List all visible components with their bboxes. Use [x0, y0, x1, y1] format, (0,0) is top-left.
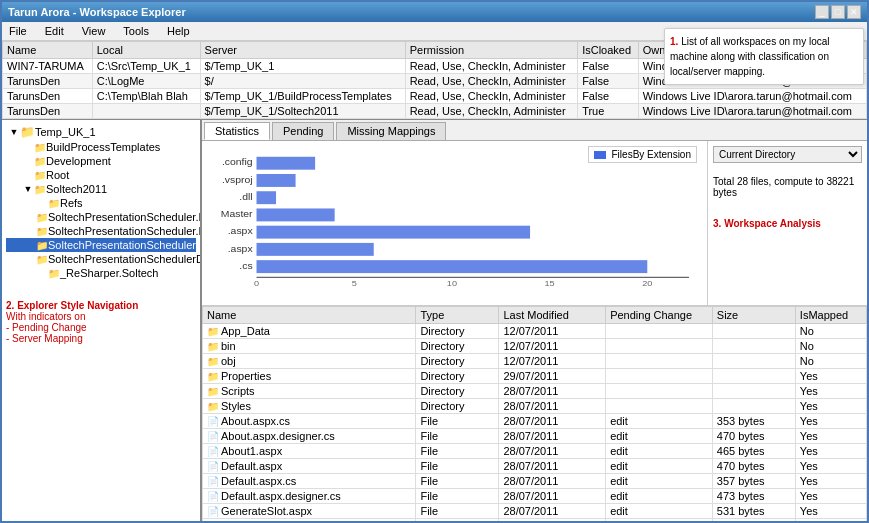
tree-item[interactable]: 📁 SoltechPresentationScheduler.Business: [6, 210, 196, 224]
file-row[interactable]: 📁StylesDirectory28/07/2011Yes: [203, 399, 867, 414]
svg-rect-7: [257, 157, 316, 170]
folder-icon: 📁: [48, 268, 60, 279]
tab-missing-mappings[interactable]: Missing Mappings: [336, 122, 446, 140]
folder-icon: 📁: [36, 254, 48, 265]
file-col-ismapped[interactable]: IsMapped: [795, 307, 866, 324]
file-cell-name: 📁Scripts: [203, 384, 416, 399]
svg-text:Master: Master: [221, 209, 254, 219]
file-cell-name: 📄About1.aspx: [203, 444, 416, 459]
file-col-modified[interactable]: Last Modified: [499, 307, 606, 324]
tree-item[interactable]: 📁 SoltechPresentationScheduler.Deploy: [6, 224, 196, 238]
file-cell-mapped: Yes: [795, 459, 866, 474]
tree-item[interactable]: 📁 Root: [6, 168, 196, 182]
annotation2-line3: - Server Mapping: [6, 333, 196, 344]
ws-cell-owner: Windows Live ID\arora.tarun@hotmail.com: [638, 89, 866, 104]
tree-item[interactable]: 📁 _ReSharper.Soltech: [6, 266, 196, 280]
close-button[interactable]: ✕: [847, 5, 861, 19]
file-row[interactable]: 📄Default.aspx.designer.csFile28/07/2011e…: [203, 489, 867, 504]
tree-item[interactable]: 📁 Refs: [6, 196, 196, 210]
file-cell-mapped: Yes: [795, 414, 866, 429]
tree-expand-icon: ▼: [22, 184, 34, 194]
tree-item-label: _ReSharper.Soltech: [60, 267, 158, 279]
ws-cell-server: $/Temp_UK_1: [200, 59, 405, 74]
file-cell-type: Directory: [416, 339, 499, 354]
file-cell-name: 📁Properties: [203, 369, 416, 384]
maximize-button[interactable]: □: [831, 5, 845, 19]
file-cell-mapped: Yes: [795, 444, 866, 459]
file-cell-pending: [606, 369, 713, 384]
file-cell-type: Directory: [416, 369, 499, 384]
chart-area: FilesBy Extension .config .vsproj .dll M…: [202, 141, 867, 306]
file-cell-size: 470 bytes: [712, 459, 795, 474]
file-cell-type: Directory: [416, 324, 499, 339]
col-header-permission[interactable]: Permission: [405, 42, 577, 59]
menu-view[interactable]: View: [79, 24, 109, 38]
menu-tools[interactable]: Tools: [120, 24, 152, 38]
col-header-server[interactable]: Server: [200, 42, 405, 59]
tree-item[interactable]: 📁 SoltechPresentationSchedulerDb: [6, 252, 196, 266]
file-col-pending[interactable]: Pending Change: [606, 307, 713, 324]
folder-icon: 📁: [34, 142, 46, 153]
workspace-row[interactable]: TarunsDen$/Temp_UK_1/Soltech2011Read, Us…: [3, 104, 867, 119]
chart-right-panel: Current Directory Total 28 files, comput…: [707, 141, 867, 305]
tab-pending[interactable]: Pending: [272, 122, 334, 140]
ws-cell-permission: Read, Use, CheckIn, Administer: [405, 104, 577, 119]
file-row[interactable]: 📁ScriptsDirectory28/07/2011Yes: [203, 384, 867, 399]
file-col-size[interactable]: Size: [712, 307, 795, 324]
file-row[interactable]: 📁objDirectory12/07/2011No: [203, 354, 867, 369]
tree-item[interactable]: 📁 BuildProcessTemplates: [6, 140, 196, 154]
file-cell-name: 📁App_Data: [203, 324, 416, 339]
file-cell-type: File: [416, 459, 499, 474]
file-cell-modified: 28/07/2011: [499, 399, 606, 414]
annotation2-box: 2. Explorer Style Navigation With indica…: [6, 300, 196, 344]
tree-item-label: SoltechPresentationSchedulerDb: [48, 253, 202, 265]
col-header-name[interactable]: Name: [3, 42, 93, 59]
file-row[interactable]: 📄About.aspx.csFile28/07/2011edit353 byte…: [203, 414, 867, 429]
menu-edit[interactable]: Edit: [42, 24, 67, 38]
file-cell-modified: 12/07/2011: [499, 339, 606, 354]
file-list-section[interactable]: Name Type Last Modified Pending Change S…: [202, 306, 867, 521]
file-cell-type: File: [416, 504, 499, 519]
file-cell-mapped: Yes: [795, 384, 866, 399]
menu-file[interactable]: File: [6, 24, 30, 38]
file-cell-name: 📁bin: [203, 339, 416, 354]
svg-rect-10: [257, 208, 335, 221]
tree-root[interactable]: ▼ 📁 Temp_UK_1: [6, 124, 196, 140]
directory-dropdown[interactable]: Current Directory: [713, 146, 862, 163]
folder-icon: 📁: [48, 198, 60, 209]
file-cell-modified: 28/07/2011: [499, 489, 606, 504]
file-row[interactable]: 📄Default.aspxFile28/07/2011edit470 bytes…: [203, 459, 867, 474]
file-row[interactable]: 📁PropertiesDirectory29/07/2011Yes: [203, 369, 867, 384]
file-row[interactable]: 📄About1.aspxFile28/07/2011edit465 bytesY…: [203, 444, 867, 459]
file-cell-name: 📄About.aspx.designer.cs: [203, 429, 416, 444]
ws-cell-local: C:\Temp\Blah Blah: [92, 89, 200, 104]
file-cell-name: 📄Default.aspx: [203, 459, 416, 474]
minimize-button[interactable]: _: [815, 5, 829, 19]
file-row[interactable]: 📁binDirectory12/07/2011No: [203, 339, 867, 354]
col-header-iscloaked[interactable]: IsCloaked: [578, 42, 639, 59]
menu-help[interactable]: Help: [164, 24, 193, 38]
window-controls: _ □ ✕: [815, 5, 861, 19]
tree-item[interactable]: 📁 SoltechPresentationScheduler.Web: [6, 238, 196, 252]
svg-text:5: 5: [352, 279, 357, 286]
file-row[interactable]: 📄GenerateSlot.aspx.csFile28/07/2011edit1…: [203, 519, 867, 522]
file-row[interactable]: 📄GenerateSlot.aspxFile28/07/2011edit531 …: [203, 504, 867, 519]
file-row[interactable]: 📄About.aspx.designer.csFile28/07/2011edi…: [203, 429, 867, 444]
ws-cell-server: $/Temp_UK_1/BuildProcessTemplates: [200, 89, 405, 104]
tree-item[interactable]: ▼📁 Soltech2011: [6, 182, 196, 196]
file-col-type[interactable]: Type: [416, 307, 499, 324]
file-row[interactable]: 📄Default.aspx.csFile28/07/2011edit357 by…: [203, 474, 867, 489]
chart-legend: FilesBy Extension: [588, 146, 697, 163]
svg-rect-12: [257, 243, 374, 256]
file-cell-size: [712, 354, 795, 369]
bar-chart-svg: .config .vsproj .dll Master .aspx .aspx …: [207, 146, 702, 286]
tree-item[interactable]: 📁 Development: [6, 154, 196, 168]
tab-statistics[interactable]: Statistics: [204, 122, 270, 140]
file-col-name[interactable]: Name: [203, 307, 416, 324]
file-table: Name Type Last Modified Pending Change S…: [202, 306, 867, 521]
file-row[interactable]: 📁App_DataDirectory12/07/2011No: [203, 324, 867, 339]
ws-cell-owner: Windows Live ID\arora.tarun@hotmail.com: [638, 104, 866, 119]
workspace-row[interactable]: TarunsDenC:\Temp\Blah Blah$/Temp_UK_1/Bu…: [3, 89, 867, 104]
col-header-local[interactable]: Local: [92, 42, 200, 59]
file-cell-pending: edit: [606, 489, 713, 504]
